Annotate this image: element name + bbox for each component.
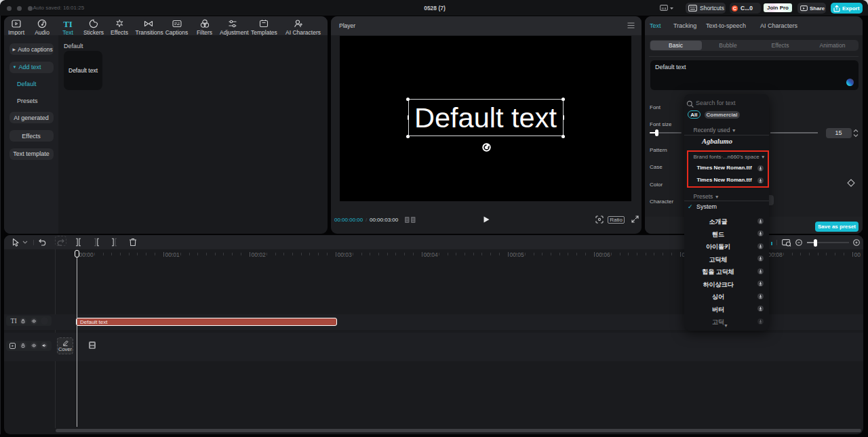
- svg-text:TI: TI: [63, 19, 73, 28]
